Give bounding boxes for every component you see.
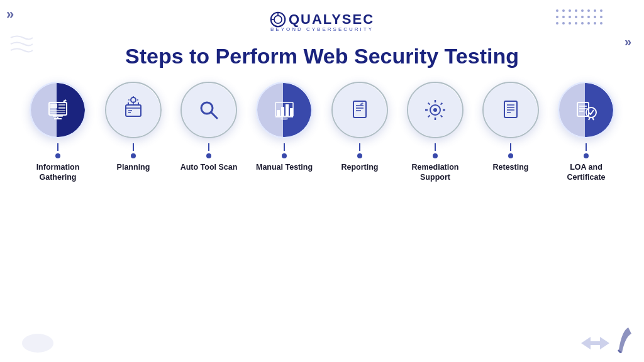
- auto-tool-scan-icon: [195, 96, 223, 124]
- svg-rect-28: [281, 107, 284, 116]
- step-8-connector-dot: [584, 153, 589, 158]
- svg-rect-8: [58, 107, 65, 109]
- svg-rect-14: [126, 105, 141, 116]
- svg-rect-40: [504, 101, 517, 118]
- step-5-label: Reporting: [341, 162, 378, 172]
- step-loa-certificate: LOA and Certificate: [551, 82, 621, 183]
- step-7-connector-line: [510, 143, 511, 151]
- svg-rect-29: [286, 104, 289, 116]
- step-1-connector-dot: [55, 153, 60, 158]
- dots-deco-top-right: [556, 9, 606, 35]
- reporting-icon: [346, 96, 374, 124]
- step-7-connector-dot: [508, 153, 513, 158]
- bottom-left-deco: [19, 324, 69, 356]
- svg-point-2: [274, 16, 282, 23]
- loa-certificate-icon: [572, 96, 600, 124]
- page-title: Steps to Perform Web Security Testing: [0, 37, 644, 82]
- step-5-connector-line: [359, 143, 360, 151]
- planning-icon: [119, 96, 147, 124]
- step-2-label: Planning: [117, 162, 150, 172]
- step-7-circle: [482, 82, 539, 138]
- manual-testing-icon: [270, 96, 298, 124]
- step-5-connector-dot: [357, 153, 362, 158]
- step-3-connector-line: [208, 143, 209, 151]
- step-manual-testing: Manual Testing: [249, 82, 319, 172]
- step-8-circle: [558, 82, 614, 138]
- information-gathering-icon: [44, 96, 72, 124]
- retesting-icon: [497, 96, 525, 124]
- step-2-circle: [105, 82, 162, 138]
- logo-tagline: BEYOND CYBERSECURITY: [270, 26, 374, 32]
- step-2-connector-dot: [131, 153, 136, 158]
- step-4-connector-dot: [282, 153, 287, 158]
- svg-point-0: [22, 334, 53, 353]
- svg-line-50: [589, 118, 590, 120]
- svg-line-26: [211, 112, 217, 118]
- step-planning: Planning: [98, 82, 169, 172]
- step-3-label: Auto Tool Scan: [180, 162, 238, 172]
- step-remediation-support: Remediation Support: [400, 82, 470, 183]
- logo: QUALYSEC BEYOND CYBERSECURITY: [270, 11, 374, 32]
- header: QUALYSEC BEYOND CYBERSECURITY: [0, 0, 644, 37]
- step-1-label: Information Gathering: [23, 162, 93, 183]
- step-1-circle: [30, 82, 86, 138]
- logo-name: QUALYSEC: [289, 11, 374, 28]
- step-6-circle: [407, 82, 464, 138]
- svg-rect-34: [353, 101, 366, 118]
- step-6-connector-line: [435, 143, 436, 151]
- step-4-connector-line: [284, 143, 285, 151]
- svg-rect-27: [277, 110, 280, 116]
- pen-deco-bottom-right: [613, 324, 638, 356]
- step-4-circle: [256, 82, 313, 138]
- svg-point-33: [280, 118, 288, 120]
- steps-container: Information Gathering: [0, 82, 644, 183]
- step-2-connector-line: [133, 143, 134, 151]
- step-3-circle: [180, 82, 237, 138]
- step-7-label: Retesting: [493, 162, 529, 172]
- step-6-connector-dot: [433, 153, 438, 158]
- top-right-arrow-deco: »: [625, 35, 631, 49]
- step-information-gathering: Information Gathering: [23, 82, 93, 183]
- remediation-support-icon: [421, 96, 449, 124]
- step-3-connector-dot: [206, 153, 211, 158]
- logo-icon: [270, 11, 286, 28]
- step-4-label: Manual Testing: [256, 162, 313, 172]
- step-retesting: Retesting: [475, 82, 546, 172]
- logo-text: QUALYSEC: [270, 11, 374, 28]
- svg-rect-6: [50, 104, 57, 108]
- step-6-label: Remediation Support: [400, 162, 470, 183]
- step-5-circle: [331, 82, 388, 138]
- svg-point-39: [433, 108, 437, 112]
- step-auto-tool-scan: Auto Tool Scan: [174, 82, 244, 172]
- svg-rect-7: [58, 104, 65, 106]
- wave-deco-left: [8, 31, 33, 63]
- svg-line-51: [592, 118, 594, 120]
- step-1-connector-line: [57, 143, 58, 151]
- top-left-arrow-deco: »: [6, 6, 14, 23]
- svg-rect-11: [53, 115, 63, 117]
- step-8-connector-line: [586, 143, 587, 151]
- step-8-label: LOA and Certificate: [551, 162, 621, 183]
- step-reporting: Reporting: [325, 82, 395, 172]
